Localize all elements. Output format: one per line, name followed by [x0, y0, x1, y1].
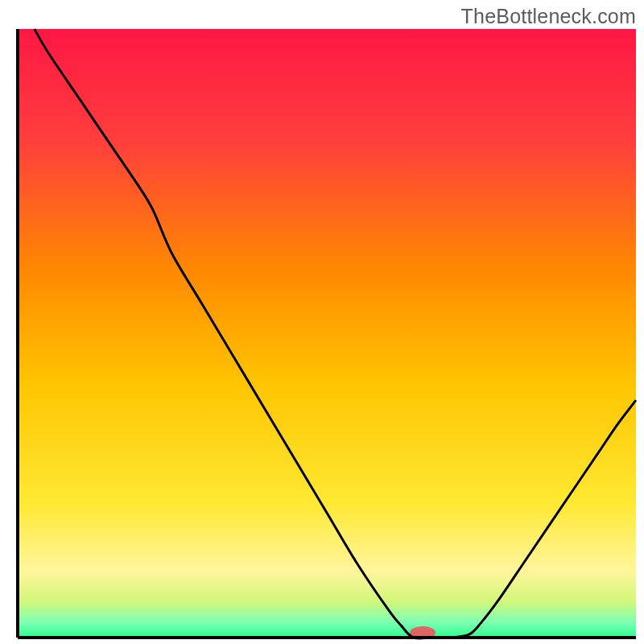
- chart-container: TheBottleneck.com: [0, 0, 644, 644]
- chart-svg: [0, 0, 644, 644]
- gradient-background: [18, 29, 636, 638]
- plot-area: [18, 29, 636, 639]
- watermark-label: TheBottleneck.com: [461, 5, 636, 28]
